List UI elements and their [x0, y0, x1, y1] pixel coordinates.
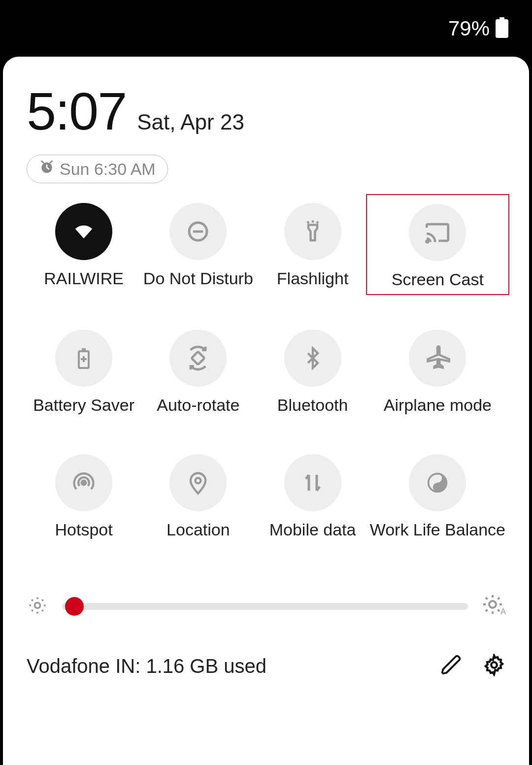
- tile-flashlight[interactable]: Flashlight: [255, 203, 369, 290]
- rotate-icon[interactable]: [169, 330, 227, 387]
- dnd-icon[interactable]: [169, 203, 227, 260]
- svg-point-8: [427, 240, 429, 242]
- alarm-text: Sun 6:30 AM: [60, 160, 156, 179]
- brightness-auto-icon[interactable]: A: [482, 594, 505, 619]
- wifi-icon[interactable]: [55, 203, 112, 260]
- alarm-chip[interactable]: Sun 6:30 AM: [27, 155, 168, 183]
- tile-hotspot[interactable]: Hotspot: [27, 454, 141, 539]
- svg-point-19: [35, 603, 40, 608]
- svg-text:A: A: [500, 607, 505, 616]
- data-usage-text[interactable]: Vodafone IN: 1.16 GB used: [27, 655, 421, 677]
- cast-icon[interactable]: [409, 204, 466, 261]
- quick-settings-panel: 5:07 Sat, Apr 23 Sun 6:30 AM RAILWIREDo …: [3, 57, 529, 765]
- flashlight-icon[interactable]: [284, 203, 341, 260]
- tile-dnd[interactable]: Do Not Disturb: [141, 203, 255, 290]
- svg-point-15: [196, 478, 201, 483]
- svg-rect-0: [499, 17, 504, 19]
- svg-line-6: [307, 222, 308, 223]
- data-icon[interactable]: [284, 454, 341, 511]
- tile-label: Do Not Disturb: [143, 269, 253, 288]
- tile-location[interactable]: Location: [141, 454, 255, 539]
- bluetooth-icon[interactable]: [284, 330, 341, 387]
- battery-percentage: 79%: [448, 17, 490, 40]
- tile-autorotate[interactable]: Auto-rotate: [141, 330, 255, 415]
- tile-label: Hotspot: [55, 520, 113, 539]
- svg-line-35: [486, 609, 488, 611]
- balance-icon[interactable]: [409, 454, 466, 511]
- location-icon[interactable]: [169, 454, 227, 511]
- alarm-icon: [39, 159, 55, 179]
- tile-screencast[interactable]: Screen Cast: [366, 194, 509, 295]
- hotspot-icon[interactable]: [55, 454, 112, 511]
- tile-label: Flashlight: [277, 269, 349, 288]
- svg-rect-1: [496, 19, 508, 38]
- svg-rect-13: [192, 352, 204, 365]
- tile-label: Airplane mode: [384, 396, 492, 415]
- clock-row: 5:07 Sat, Apr 23: [27, 80, 505, 142]
- edit-icon[interactable]: [440, 654, 463, 678]
- brightness-row: A: [27, 594, 505, 619]
- tile-label: Location: [166, 520, 230, 539]
- svg-line-34: [498, 609, 499, 611]
- footer-row: Vodafone IN: 1.16 GB used: [27, 654, 505, 678]
- tile-label: Mobile data: [269, 520, 356, 539]
- tile-wifi[interactable]: RAILWIRE: [27, 203, 141, 290]
- svg-line-25: [42, 610, 43, 611]
- svg-line-36: [498, 598, 499, 599]
- svg-line-24: [32, 599, 33, 601]
- battery-icon: [496, 17, 508, 40]
- tile-batterysaver[interactable]: Battery Saver: [27, 330, 141, 415]
- tile-label: RAILWIRE: [44, 269, 124, 288]
- tile-label: Auto-rotate: [157, 396, 239, 415]
- svg-line-26: [32, 610, 33, 611]
- tile-bluetooth[interactable]: Bluetooth: [255, 330, 369, 415]
- brightness-low-icon: [27, 595, 48, 618]
- tile-worklife[interactable]: Work Life Balance: [370, 454, 505, 539]
- clock-date: Sat, Apr 23: [137, 110, 244, 134]
- tile-label: Screen Cast: [392, 270, 484, 289]
- brightness-slider[interactable]: [62, 603, 468, 610]
- svg-point-14: [82, 481, 86, 485]
- settings-icon[interactable]: [483, 654, 505, 678]
- svg-line-27: [42, 599, 43, 601]
- svg-line-7: [316, 222, 318, 223]
- clock-time: 5:07: [27, 80, 126, 142]
- brightness-thumb[interactable]: [65, 597, 84, 616]
- battery-icon[interactable]: [55, 330, 112, 387]
- tile-mobiledata[interactable]: Mobile data: [255, 454, 369, 539]
- airplane-icon[interactable]: [409, 330, 466, 387]
- svg-point-38: [491, 662, 497, 668]
- tile-label: Work Life Balance: [370, 520, 505, 539]
- tile-label: Battery Saver: [33, 396, 134, 415]
- quick-tiles-grid: RAILWIREDo Not DisturbFlashlightScreen C…: [27, 203, 505, 539]
- tile-label: Bluetooth: [277, 396, 348, 415]
- tile-airplane[interactable]: Airplane mode: [370, 330, 505, 415]
- status-bar: 79%: [0, 0, 532, 57]
- svg-line-33: [486, 598, 488, 599]
- svg-point-28: [489, 601, 496, 608]
